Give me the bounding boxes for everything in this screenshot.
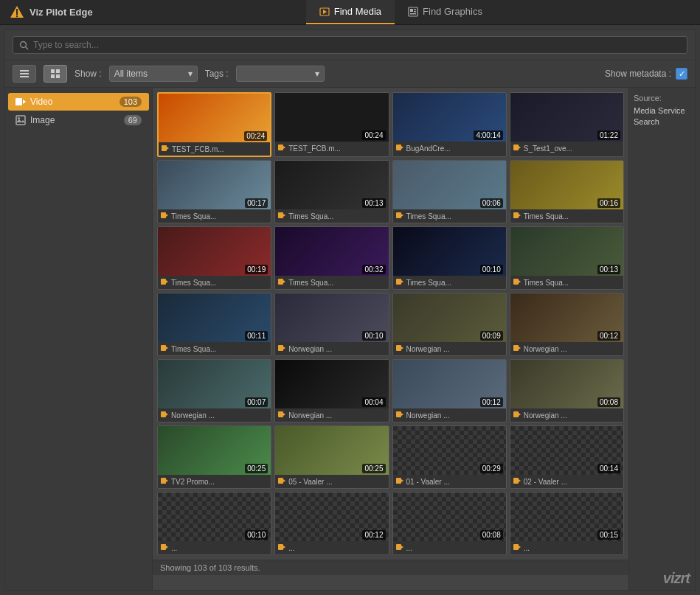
show-select[interactable]: All items ▾ xyxy=(109,66,198,82)
video-type-icon xyxy=(513,477,521,486)
media-thumb: 00:13 xyxy=(510,227,623,276)
media-card[interactable]: 00:10Times Squa... xyxy=(392,226,507,290)
media-thumb: 00:10 xyxy=(275,293,388,342)
video-sidebar-icon xyxy=(15,97,26,107)
media-card[interactable]: 00:08Norwegian ... xyxy=(510,359,624,422)
media-title-text: Times Squa... xyxy=(406,212,451,220)
media-title-text: TEST_FCB.m... xyxy=(288,145,341,153)
media-grid-area: 00:24TEST_FCB.m...00:24TEST_FCB.m...4:00… xyxy=(153,88,628,590)
media-title: Norwegian ... xyxy=(158,408,271,422)
media-card[interactable]: 00:04Norwegian ... xyxy=(274,359,389,422)
media-card[interactable]: 00:16Times Squa... xyxy=(510,160,624,223)
media-card[interactable]: 00:12Norwegian ... xyxy=(392,359,507,422)
media-card[interactable]: 00:10Norwegian ... xyxy=(274,293,389,356)
media-card[interactable]: 00:10... xyxy=(157,492,271,555)
svg-marker-71 xyxy=(519,479,521,482)
svg-rect-78 xyxy=(513,544,519,550)
media-card[interactable]: 00:24TEST_FCB.m... xyxy=(274,92,389,157)
time-badge: 00:08 xyxy=(480,530,503,540)
search-input[interactable] xyxy=(33,40,681,50)
search-input-wrap xyxy=(13,36,687,54)
media-card[interactable]: 4:00:14BugAndCre... xyxy=(392,92,507,157)
svg-marker-33 xyxy=(166,214,168,217)
media-thumb: 00:09 xyxy=(393,293,506,342)
svg-rect-44 xyxy=(396,279,401,285)
list-icon xyxy=(19,69,30,79)
media-thumb: 00:13 xyxy=(275,161,388,209)
main-panel: Show : All items ▾ Tags : ▾ Show metadat… xyxy=(4,29,696,591)
media-thumb: 00:08 xyxy=(510,360,623,408)
time-badge: 00:09 xyxy=(480,331,503,341)
media-title: Norwegian ... xyxy=(393,408,506,422)
video-type-icon xyxy=(278,144,285,153)
media-thumb: 00:25 xyxy=(158,426,271,475)
media-card[interactable]: 00:32Times Squa... xyxy=(274,226,389,290)
list-view-button[interactable] xyxy=(13,65,36,83)
media-title: TEST_FCB.m... xyxy=(159,142,270,156)
tags-select[interactable]: ▾ xyxy=(236,66,325,82)
video-type-icon xyxy=(396,477,403,486)
svg-point-22 xyxy=(18,117,20,119)
media-card[interactable]: 01:22S_Test1_ove... xyxy=(510,92,624,157)
media-card[interactable]: 00:2901 - Vaaler ... xyxy=(392,425,507,489)
svg-rect-42 xyxy=(278,279,283,285)
tab-find-graphics-label: Find Graphics xyxy=(423,6,482,17)
media-title-text: 01 - Vaaler ... xyxy=(406,478,450,486)
svg-rect-15 xyxy=(51,69,55,73)
media-title: Times Squa... xyxy=(275,209,388,223)
media-title-text: ... xyxy=(171,544,177,552)
media-title: 05 - Vaaler ... xyxy=(275,475,388,488)
media-card[interactable]: 00:07Norwegian ... xyxy=(157,359,271,422)
grid-view-button[interactable] xyxy=(44,65,67,83)
media-card[interactable]: 00:11Times Squa... xyxy=(157,293,271,356)
media-card[interactable]: 00:15... xyxy=(510,492,624,555)
svg-marker-65 xyxy=(166,479,168,482)
svg-marker-67 xyxy=(283,479,285,482)
svg-marker-77 xyxy=(401,546,403,549)
media-card[interactable]: 00:25TV2 Promo... xyxy=(157,425,271,489)
svg-marker-25 xyxy=(167,147,169,150)
media-thumb: 4:00:14 xyxy=(393,93,506,142)
media-card[interactable]: 00:24TEST_FCB.m... xyxy=(157,92,271,157)
media-title: Times Squa... xyxy=(393,276,506,289)
video-type-icon xyxy=(278,477,285,486)
video-type-icon xyxy=(396,411,403,420)
svg-point-10 xyxy=(21,41,27,47)
show-select-value: All items xyxy=(114,69,148,79)
show-label: Show : xyxy=(74,69,102,79)
svg-marker-23 xyxy=(16,119,25,122)
tab-find-graphics[interactable]: Find Graphics xyxy=(395,0,496,24)
media-title: Norwegian ... xyxy=(275,408,388,422)
media-card[interactable]: 00:17Times Squa... xyxy=(157,160,271,223)
tab-find-media[interactable]: Find Media xyxy=(306,0,395,24)
show-metadata-checkbox[interactable]: ✓ xyxy=(676,68,687,80)
media-title: Norwegian ... xyxy=(510,342,623,355)
media-card[interactable]: 00:2505 - Vaaler ... xyxy=(274,425,389,489)
media-card[interactable]: 00:13Times Squa... xyxy=(510,226,624,290)
media-card[interactable]: 00:06Times Squa... xyxy=(392,160,507,223)
media-thumb: 00:10 xyxy=(158,493,271,541)
media-card[interactable]: 00:13Times Squa... xyxy=(274,160,389,223)
time-badge: 00:10 xyxy=(245,530,268,540)
media-card[interactable]: 00:08... xyxy=(392,492,507,555)
video-type-icon xyxy=(161,411,168,420)
media-title-text: TEST_FCB.m... xyxy=(172,145,224,153)
sidebar-item-video[interactable]: Video 103 xyxy=(8,93,149,111)
sidebar-item-image[interactable]: Image 69 xyxy=(8,111,149,129)
media-thumb: 00:06 xyxy=(393,161,506,209)
media-card[interactable]: 00:19Times Squa... xyxy=(157,226,271,290)
time-badge: 00:11 xyxy=(245,331,268,341)
svg-rect-72 xyxy=(161,544,166,550)
svg-rect-28 xyxy=(396,145,401,150)
media-card[interactable]: 00:1402 - Vaaler ... xyxy=(510,425,624,489)
video-type-icon xyxy=(278,543,285,552)
show-metadata-label: Show metadata : xyxy=(605,69,671,79)
svg-marker-4 xyxy=(323,10,327,14)
media-card[interactable]: 00:12Norwegian ... xyxy=(510,293,624,356)
svg-rect-8 xyxy=(414,11,416,13)
media-card[interactable]: 00:12... xyxy=(274,492,389,555)
time-badge: 00:12 xyxy=(480,397,503,407)
media-card[interactable]: 00:09Norwegian ... xyxy=(392,293,507,356)
media-thumb: 00:11 xyxy=(158,293,271,342)
svg-rect-38 xyxy=(513,212,519,218)
